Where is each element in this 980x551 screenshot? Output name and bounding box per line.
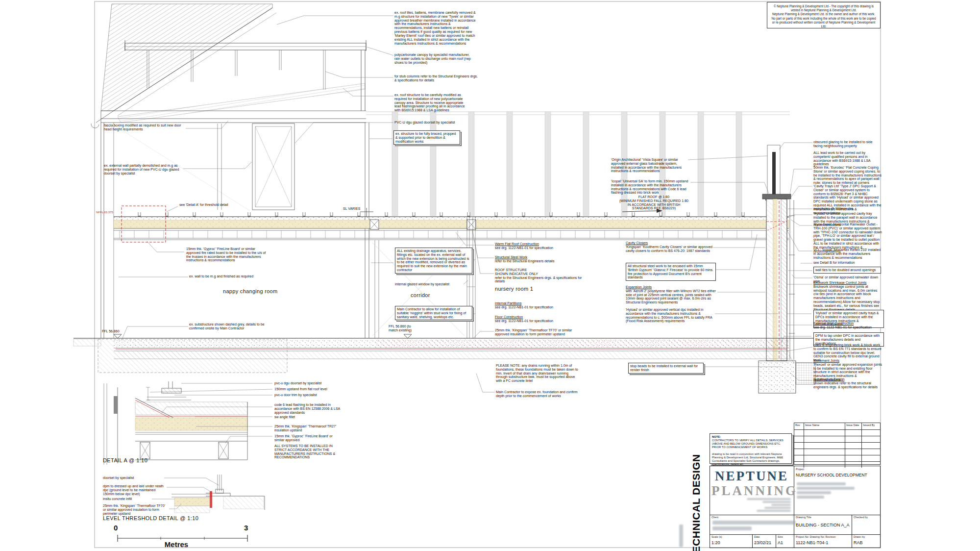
redacted-project-address <box>797 491 831 494</box>
note-ext-wall: External Wall Constructionsee drg. 1122-… <box>813 322 881 329</box>
drawing-title-value: BUILDING - SECTION A_A <box>796 523 850 527</box>
flat-roof <box>114 212 789 240</box>
redacted-address-line <box>764 507 791 509</box>
detail-a-door-trim: pvc-u door trim by specialist <box>274 393 348 397</box>
revision-row <box>794 443 880 449</box>
copyright-notice: © Neptune Planning & Development Ltd - T… <box>767 2 881 28</box>
issued-by-col-header: Issued By <box>862 423 880 429</box>
detail-a-angle-fillet: sw angle fillet <box>274 415 343 419</box>
redacted-address-line <box>771 504 791 506</box>
note-wall-demolished: ex. external wall partially demolished a… <box>104 164 183 175</box>
note-roof-structure-mod: ex. roof structure to be carefully modif… <box>394 93 468 112</box>
revision-table: Rev Issue Name Issue Date Issued By <box>794 423 881 465</box>
redacted-client-name <box>712 521 796 525</box>
note-substructure-design: Substructure Designshown indicative refe… <box>813 377 883 389</box>
note-box-heading: NOTE: <box>712 435 721 438</box>
threshold-doorset: doorset by specialist <box>103 476 162 480</box>
note-braced: ex. structure to be fully braced, proppe… <box>393 130 460 145</box>
date-label: Date <box>754 535 760 538</box>
note-see-detail-a: see 'Detail A' for threshold detail <box>179 203 238 207</box>
level-sl-varies: SL VARIES <box>343 207 372 211</box>
drawn-by-value: RAB <box>854 540 863 545</box>
threshold-dpm: dpm to dressed up and laid under neath d… <box>103 484 166 496</box>
note-perimeter-upstand: 25mm thk. 'Kingspan' 'Thermafloor TF70' … <box>495 328 574 336</box>
titleblock-divider <box>776 534 776 548</box>
drawing-sheet: ex. roof tiles, battens, membrane carefu… <box>0 0 980 551</box>
note-glazed-window: internal glazed window by specialist <box>395 282 464 286</box>
detail-a-tr27: 25mm thk. 'Kingspan' 'Thermaroof TR27' i… <box>274 425 345 432</box>
note-floor-construction: Floor Constructionsee drg. 1122-NB1-01 f… <box>495 315 579 323</box>
note-steel-encased: All structural steel work to be encased … <box>626 263 716 281</box>
size-value: A1 <box>778 540 783 545</box>
threshold-tf70: 25mm thk. 'Kingspan' 'Thermafloor TF70' … <box>103 504 167 515</box>
detail-a-doorset: pvc-u dgu doorset by specialist <box>274 381 348 385</box>
redacted-address-line <box>757 510 791 512</box>
revision-row <box>794 430 880 436</box>
rev-col-header: Rev <box>794 423 804 429</box>
note-substructure-grey: ex. substructure shown dashed grey, deta… <box>189 323 269 330</box>
level-ffl-left: FFL 56.860 <box>102 329 141 333</box>
note-hyload-vertical: 'Hyload' or similar approved vertical dp… <box>626 308 715 323</box>
redacted-address-line <box>762 501 791 503</box>
redacted-project-address <box>797 482 846 485</box>
number-value: 1122-NB1-T04-1 <box>796 540 828 545</box>
note-drainage: ALL existing drainage apparatus, service… <box>395 248 472 274</box>
redacted-address-line <box>747 498 791 500</box>
scalebar-unit: Metres <box>147 540 206 549</box>
number-label: Project No: Drawing No: Revision <box>796 535 836 538</box>
threshold-title: LEVEL THRESHOLD DETAIL @ 1:10 <box>103 515 198 521</box>
issue-date-col-header: Issue Date <box>845 423 862 429</box>
parapet-wall <box>762 145 795 361</box>
note-fireline-uls: 15mm thk. 'Gyproc' 'FireLine Board' or s… <box>186 247 268 262</box>
scalebar-three: 3 <box>244 524 248 532</box>
detail-a-drawing <box>104 381 272 465</box>
drawn-by-label: Drawn by <box>854 535 865 538</box>
drawing-title-label: Drawing Title <box>796 516 811 519</box>
revision-table-header: Rev Issue Name Issue Date Issued By <box>794 423 880 430</box>
room-label-nappy: nappy changing room <box>223 288 278 294</box>
note-lead-work: ALL lead work to be carried out by compe… <box>813 151 881 166</box>
scalebar-zero: 0 <box>114 524 118 532</box>
detail-a-all-systems: ALL SYSTEMS TO BE INSTALLED IN STRICT AC… <box>274 444 345 459</box>
background-structure <box>366 112 790 216</box>
note-stub-columns: for stub columns refer to the Structural… <box>394 75 479 82</box>
note-detail-b: see Detail B for information <box>813 261 881 265</box>
scale-label: Scale (s) <box>711 535 722 538</box>
checked-by-label: Checked by <box>854 516 868 519</box>
issue-name-col-header: Issue Name <box>804 423 845 429</box>
note-internal-partitions: Internal Partitionssee drg. 1122-NB1-01 … <box>495 301 579 309</box>
note-weepholes: weepholes @ 900mm ctrs. <box>813 207 881 211</box>
level-ffl-mid: FFL 56.860 (to match existing) <box>389 325 428 332</box>
general-note-box: NOTE: CONTRACTORS TO VERIFY ALL DETAILS,… <box>710 433 792 464</box>
note-expose-foundation: Main Contractor to expose ex. foundation… <box>496 390 580 398</box>
note-vcl: VCL: 'Icopal' 'Monarflex Reflex 233' ins… <box>813 248 881 259</box>
note-box-line1: CONTRACTORS TO VERIFY ALL DETAILS, SERVI… <box>712 439 784 449</box>
client-label: Client <box>711 516 718 519</box>
ground-floor <box>74 338 815 393</box>
redacted-vertical-text <box>679 525 683 547</box>
scale-value: 1:20 <box>711 540 720 545</box>
revision-row <box>794 449 880 455</box>
logo-neptune: NEPTUNE <box>711 469 792 484</box>
note-roof-structure-caps: ROOF STRUCTURE SHOWN INDICATIVE ONLY ref… <box>495 268 582 283</box>
project-label: Project <box>796 468 804 471</box>
room-label-corridor: corridor <box>411 292 430 298</box>
titleblock-divider <box>710 534 881 535</box>
redacted-client-name <box>712 526 752 530</box>
note-noggins: Main Contractor to allow for installatio… <box>395 306 472 320</box>
size-label: Size <box>778 535 783 538</box>
level-nffl: NFFL 63.375 <box>96 211 125 214</box>
threshold-drawing <box>152 475 265 513</box>
titleblock-divider <box>852 515 852 548</box>
logo-planning: PLANNING <box>711 483 792 499</box>
note-obscured: obscured glazing to be installed to side… <box>813 140 881 148</box>
note-expansion-joints: Expansion Jointswith 'Aerofil 2' polysty… <box>626 285 717 304</box>
detail-a-title: DETAIL A @ 1:10 <box>103 457 147 463</box>
note-steel: Structural Steel Workrefer to the Struct… <box>495 255 579 263</box>
lower-roof-slope <box>118 83 365 123</box>
detail-a-fireline: 15mm thk. 'Gyproc' 'FireLine Board' or s… <box>274 434 341 442</box>
detail-a-lead-flashing: code 6 lead flashing to be installed in … <box>274 403 343 414</box>
note-warm-roof: Warm Flat Roof Constructionsee drg. 1122… <box>495 242 579 250</box>
detail-a-upstand: 150mm upstand from flat roof level <box>274 387 348 391</box>
note-coping: 50mm thk. 'Eurodec' 'Flat Concrete Copin… <box>813 166 882 185</box>
